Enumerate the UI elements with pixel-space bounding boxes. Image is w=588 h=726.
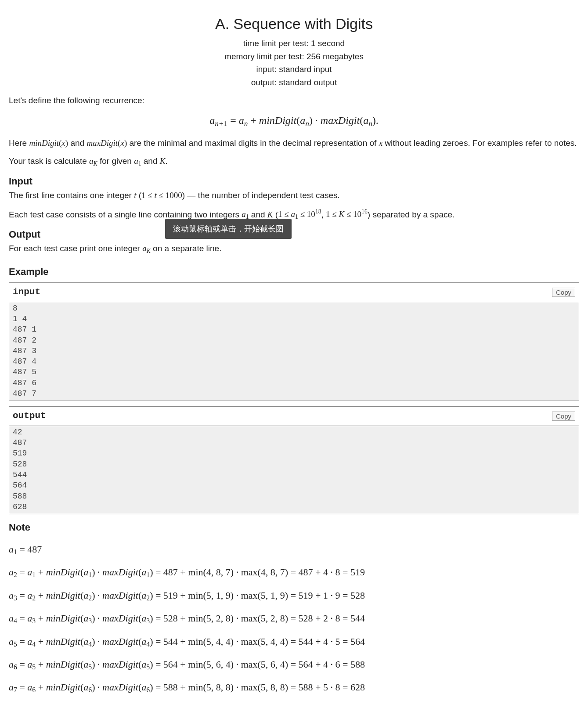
example-output-data[interactable]: 42 487 519 528 544 564 588 628 [9,426,579,514]
output-label: output [13,409,46,423]
note-equation-3: a3 = a2 + minDigit(a2) · maxDigit(a2) = … [9,589,579,603]
input-label: input [13,285,40,299]
intro-paragraph: Let's define the following recurrence: [9,94,579,107]
limits-block: time limit per test: 1 second memory lim… [9,37,579,88]
example-input-block: input Copy 8 1 4 487 1 487 2 487 3 487 4… [9,282,579,401]
copy-output-button[interactable]: Copy [552,412,575,421]
output-file: output: standard output [9,76,579,89]
note-equation-1: a1 = 487 [9,542,579,557]
problem-statement: A. Sequence with Digits time limit per t… [0,0,588,721]
output-line-1: For each test case print one integer aK … [9,242,579,256]
note-section-title: Note [9,520,579,535]
example-output-header: output Copy [9,407,579,426]
note-equation-7: a7 = a6 + minDigit(a6) · maxDigit(a6) = … [9,680,579,695]
note-equation-6: a6 = a5 + minDigit(a5) · maxDigit(a5) = … [9,657,579,672]
copy-input-button[interactable]: Copy [552,288,575,297]
input-line-1: The first line contains one integer t (1… [9,189,579,202]
example-output-block: output Copy 42 487 519 528 544 564 588 6… [9,406,579,514]
example-input-data[interactable]: 8 1 4 487 1 487 2 487 3 487 4 487 5 487 … [9,302,579,401]
problem-title: A. Sequence with Digits [9,13,579,35]
note-equation-4: a4 = a3 + minDigit(a3) · maxDigit(a3) = … [9,611,579,626]
note-lines: a1 = 487a2 = a1 + minDigit(a1) · maxDigi… [9,542,579,696]
task-paragraph: Your task is calculate aK for given a1 a… [9,155,579,168]
example-section-title: Example [9,265,579,279]
output-section-title: Output [9,228,579,242]
example-input-header: input Copy [9,283,579,302]
recurrence-equation: an+1 = an + minDigit(an) · maxDigit(an). [9,113,579,129]
note-equation-2: a2 = a1 + minDigit(a1) · maxDigit(a1) = … [9,565,579,580]
input-line-2: Each test case consists of a single line… [9,208,579,221]
input-section-title: Input [9,174,579,188]
input-file: input: standard input [9,63,579,76]
memory-limit: memory limit per test: 256 megabytes [9,51,579,63]
note-equation-5: a5 = a4 + minDigit(a4) · maxDigit(a4) = … [9,635,579,650]
time-limit: time limit per test: 1 second [9,37,579,50]
definition-paragraph: Here minDigit(x) and maxDigit(x) are the… [9,137,579,149]
